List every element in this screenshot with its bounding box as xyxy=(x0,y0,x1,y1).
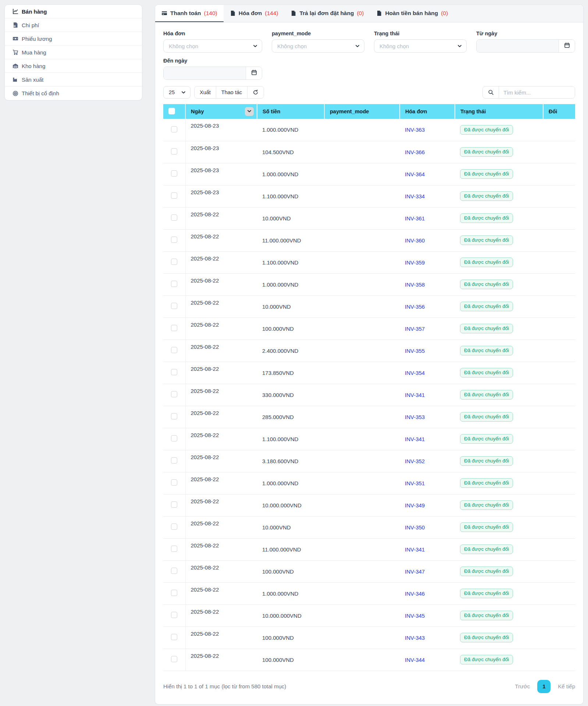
sidebar-item-0[interactable]: Bán hàng xyxy=(5,5,142,18)
refresh-button[interactable] xyxy=(247,86,264,98)
tab-3[interactable]: Hoàn tiền bán hàng (0) xyxy=(370,5,454,22)
row-checkbox[interactable] xyxy=(171,435,177,441)
to-date-calendar-button[interactable] xyxy=(246,67,262,79)
actions-button[interactable]: Thao tác xyxy=(216,86,247,98)
invoice-link[interactable]: INV-341 xyxy=(405,392,425,398)
row-checkbox[interactable] xyxy=(171,281,177,287)
row-checkbox[interactable] xyxy=(171,303,177,309)
row-checkbox[interactable] xyxy=(171,347,177,353)
invoice-link[interactable]: INV-353 xyxy=(405,414,425,420)
invoice-dollar-icon: $ xyxy=(13,22,18,28)
row-checkbox[interactable] xyxy=(171,391,177,397)
tab-2[interactable]: Trả lại đơn đặt hàng (0) xyxy=(284,5,370,22)
invoice-link[interactable]: INV-356 xyxy=(405,304,425,310)
invoice-link[interactable]: INV-347 xyxy=(405,568,425,575)
sidebar-item-1[interactable]: $ Chi phí xyxy=(5,18,142,32)
row-checkbox[interactable] xyxy=(171,612,177,618)
status-select[interactable]: Không chọn xyxy=(374,39,467,53)
invoice-link[interactable]: INV-343 xyxy=(405,635,425,641)
row-checkbox[interactable] xyxy=(171,259,177,265)
row-doi xyxy=(543,516,575,538)
invoice-link[interactable]: INV-364 xyxy=(405,171,425,177)
row-checkbox[interactable] xyxy=(171,501,177,508)
row-doi xyxy=(543,582,575,604)
from-date-calendar-button[interactable] xyxy=(559,40,575,52)
invoice-link[interactable]: INV-345 xyxy=(405,613,425,619)
from-date-input[interactable] xyxy=(477,40,559,52)
invoice-link[interactable]: INV-363 xyxy=(405,127,425,133)
to-date-input[interactable] xyxy=(164,67,246,79)
row-checkbox[interactable] xyxy=(171,413,177,419)
row-checkbox[interactable] xyxy=(171,590,177,596)
sidebar-item-6[interactable]: Thiết bị cố định xyxy=(5,86,142,100)
tab-0[interactable]: Thanh toán (140) xyxy=(155,5,224,22)
row-checkbox[interactable] xyxy=(171,325,177,331)
row-date: 2025-08-23 xyxy=(185,141,257,163)
row-checkbox[interactable] xyxy=(171,524,177,530)
invoice-link[interactable]: INV-354 xyxy=(405,370,425,376)
row-checkbox[interactable] xyxy=(171,546,177,552)
row-checkbox[interactable] xyxy=(171,568,177,574)
sidebar-item-2[interactable]: Phiếu lương xyxy=(5,32,142,46)
row-amount: 100.000VND xyxy=(257,627,324,649)
row-checkbox[interactable] xyxy=(171,214,177,221)
invoice-link[interactable]: INV-334 xyxy=(405,193,425,199)
tab-1[interactable]: Hóa đơn (144) xyxy=(224,5,285,22)
row-payment-mode xyxy=(324,582,400,604)
row-checkbox[interactable] xyxy=(171,479,177,486)
row-checkbox[interactable] xyxy=(171,148,177,155)
prev-page-button[interactable]: Trước xyxy=(515,683,530,689)
next-page-button[interactable]: Kế tiếp xyxy=(558,683,575,689)
export-button[interactable]: Xuất xyxy=(195,86,216,98)
invoice-link[interactable]: INV-350 xyxy=(405,524,425,531)
row-date: 2025-08-23 xyxy=(185,185,257,207)
sidebar-item-4[interactable]: Kho hàng xyxy=(5,59,142,73)
table-row: 2025-08-22 173.850VND INV-354 Đã được ch… xyxy=(163,362,575,384)
row-date: 2025-08-22 xyxy=(185,428,257,450)
invoice-link[interactable]: INV-346 xyxy=(405,590,425,597)
invoice-link[interactable]: INV-360 xyxy=(405,237,425,244)
table-row: 2025-08-22 2.400.000VND INV-355 Đã được … xyxy=(163,340,575,362)
row-payment-mode xyxy=(324,295,400,317)
row-checkbox-cell xyxy=(163,141,185,163)
row-checkbox[interactable] xyxy=(171,126,177,132)
invoice-link[interactable]: INV-357 xyxy=(405,326,425,332)
invoice-link[interactable]: INV-355 xyxy=(405,348,425,354)
sidebar-item-5[interactable]: Sản xuất xyxy=(5,73,142,86)
row-checkbox[interactable] xyxy=(171,170,177,177)
date-sort-button[interactable] xyxy=(245,107,254,116)
invoice-link[interactable]: INV-358 xyxy=(405,281,425,288)
invoice-link[interactable]: INV-366 xyxy=(405,149,425,155)
select-all-checkbox[interactable] xyxy=(168,108,175,114)
search-input[interactable] xyxy=(499,86,575,98)
row-payment-mode xyxy=(324,627,400,649)
filter-status: Trạng thái Không chọn xyxy=(374,31,467,53)
invoice-link[interactable]: INV-352 xyxy=(405,458,425,464)
invoice-link[interactable]: INV-341 xyxy=(405,436,425,442)
current-page-button[interactable]: 1 xyxy=(537,680,550,693)
table-row: 2025-08-22 11.000.000VND INV-341 Đã được… xyxy=(163,538,575,560)
invoice-link[interactable]: INV-349 xyxy=(405,502,425,508)
page-size-select[interactable]: 25 xyxy=(163,86,190,99)
row-checkbox[interactable] xyxy=(171,457,177,464)
row-amount: 173.850VND xyxy=(257,362,324,384)
row-checkbox[interactable] xyxy=(171,634,177,640)
row-checkbox[interactable] xyxy=(171,237,177,243)
row-checkbox[interactable] xyxy=(171,656,177,662)
invoice-link[interactable]: INV-344 xyxy=(405,657,425,663)
invoice-link[interactable]: INV-351 xyxy=(405,480,425,486)
row-amount: 285.000VND xyxy=(257,406,324,428)
row-date: 2025-08-22 xyxy=(185,604,257,627)
invoice-link[interactable]: INV-359 xyxy=(405,259,425,266)
invoice-link[interactable]: INV-341 xyxy=(405,546,425,553)
sidebar-item-3[interactable]: Mua hàng xyxy=(5,46,142,59)
row-amount: 2.400.000VND xyxy=(257,340,324,362)
row-payment-mode xyxy=(324,362,400,384)
row-checkbox[interactable] xyxy=(171,192,177,199)
row-amount: 10.000VND xyxy=(257,516,324,538)
tab-count: (0) xyxy=(357,10,364,17)
payment-mode-select[interactable]: Không chọn xyxy=(272,39,364,53)
invoice-link[interactable]: INV-361 xyxy=(405,215,425,221)
invoice-select[interactable]: Không chọn xyxy=(163,39,262,53)
row-checkbox[interactable] xyxy=(171,369,177,375)
